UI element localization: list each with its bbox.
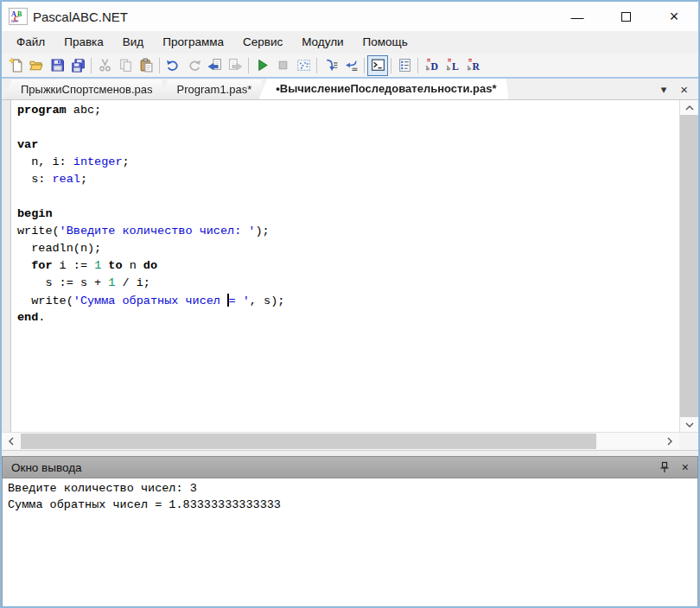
nav-back-icon[interactable] [204,55,225,76]
window-title: PascalABC.NET [33,10,128,24]
goto-next-icon[interactable] [320,55,340,76]
maximize-button[interactable] [601,2,650,31]
svg-text:D: D [430,61,437,73]
undo-icon[interactable] [162,55,183,76]
new-file-icon[interactable] [5,55,26,76]
template-d-icon[interactable]: D [421,55,442,76]
maximize-glyph [621,12,631,22]
output-panel-controls: × [659,461,689,473]
menu-edit[interactable]: Правка [54,31,113,54]
output-line: Сумма обратных чисел = 1.83333333333333 [8,498,692,515]
title-bar: A B C net PascalABC.NET — × [2,2,698,31]
editor-gutter[interactable] [2,100,11,432]
tab-list: ПрыжкиСпортсменов.pasProgram1.pas*•Вычис… [2,79,503,99]
horizontal-scrollbar[interactable] [2,432,698,450]
console-toggle-icon[interactable] [367,55,388,76]
horizontal-scroll-track[interactable] [21,433,660,450]
pin-icon[interactable] [659,461,670,473]
stop-icon[interactable] [272,55,293,76]
open-file-icon[interactable] [26,55,47,76]
vertical-scrollbar[interactable] [679,100,698,432]
code-line: var [17,138,679,155]
menu-program[interactable]: Программа [153,31,233,54]
code-line: readln(n); [17,242,679,259]
svg-text:R: R [472,61,480,73]
code-line: s := s + 1 / i; [17,276,679,294]
vertical-scroll-thumb[interactable] [680,115,698,417]
toolbar-separator [159,58,160,73]
tab-controls: ▾ × [661,83,698,99]
tab-bar: ПрыжкиСпортсменов.pasProgram1.pas*•Вычис… [2,77,698,99]
goto-prev-icon[interactable] [340,55,361,76]
output-line: Введите количество чисел: 3 [8,482,692,498]
output-close-icon[interactable]: × [682,461,689,473]
code-editor[interactable]: program abc; var n, i: integer; s: real;… [2,99,698,432]
save-icon[interactable] [47,55,67,76]
code-line: write('Введите количество чисел: '); [17,225,679,242]
toolbar-separator [248,58,249,73]
scroll-up-icon[interactable] [680,100,698,115]
pascalabc-logo-icon: A B C net [9,8,28,25]
toolbar-separator [391,58,391,73]
toolbar-separator [316,58,317,73]
menu-modules[interactable]: Модули [292,31,353,54]
scroll-left-icon[interactable] [2,433,21,450]
minimize-button[interactable]: — [553,2,601,31]
template-r-icon[interactable]: R [462,55,483,76]
menu-help[interactable]: Помощь [353,31,417,54]
code-line: s: real; [17,173,679,190]
copy-icon[interactable] [115,55,136,76]
svg-text:L: L [451,61,458,73]
window-controls: — × [553,2,698,31]
output-panel-header[interactable]: Окно вывода × [2,456,698,478]
toolbar-separator [417,58,418,73]
tab-vychislenie[interactable]: •ВычислениеПоследовательности.pas* [258,79,508,99]
code-line: begin [17,207,679,225]
template-l-icon[interactable]: L [442,55,462,76]
run-icon[interactable] [251,55,272,76]
scrollbar-corner [679,433,698,450]
menu-view[interactable]: Вид [113,31,153,54]
menu-bar: ФайлПравкаВидПрограммаСервисМодулиПомощь [2,31,698,54]
scroll-down-icon[interactable] [680,417,698,432]
code-line: end. [17,311,679,328]
code-line [17,190,679,207]
toolbar-separator [91,58,92,73]
app-window: A B C net PascalABC.NET — × ФайлПравкаВи… [0,0,700,608]
tab-dropdown-icon[interactable]: ▾ [661,84,667,95]
panel-splitter[interactable] [2,450,698,456]
horizontal-scroll-thumb[interactable] [21,434,596,449]
output-panel-title: Окно вывода [11,461,82,474]
code-line: n, i: integer; [17,155,679,173]
cut-icon[interactable] [94,55,115,76]
structure-window-icon[interactable] [394,55,415,76]
tab-program1[interactable]: Program1.pas* [160,79,264,99]
toolbar-separator [364,58,365,73]
save-all-icon[interactable] [67,55,88,76]
scroll-right-icon[interactable] [660,433,679,450]
tab-pryzhki[interactable]: ПрыжкиСпортсменов.pas [3,79,165,99]
paste-icon[interactable] [136,55,156,76]
redo-icon[interactable] [183,55,204,76]
tab-close-icon[interactable]: × [680,83,688,96]
close-button[interactable]: × [650,2,698,31]
code-line [17,121,679,138]
output-window[interactable]: Введите количество чисел: 3Сумма обратны… [2,478,698,606]
io-window-icon[interactable] [293,55,314,76]
code-line: program abc; [17,104,679,121]
svg-text:net: net [11,18,18,23]
toolbar: DLR [2,54,698,77]
code-line: write('Сумма обратных чисел = ', s); [17,294,679,311]
menu-file[interactable]: Файл [7,31,54,54]
code-line: for i := 1 to n do [17,259,679,276]
menu-service[interactable]: Сервис [233,31,292,54]
nav-forward-icon[interactable] [225,55,245,76]
code-area[interactable]: program abc; var n, i: integer; s: real;… [11,100,679,432]
